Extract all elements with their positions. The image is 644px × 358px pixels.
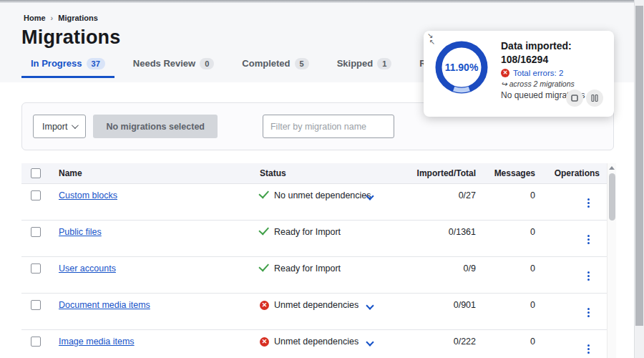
import-progress-popup: ↘ ↖ 11.90% Data imported: 108/16294 ✕ To… xyxy=(424,31,614,117)
check-icon xyxy=(258,224,269,235)
breadcrumb-home-link[interactable]: Home xyxy=(24,14,46,22)
header-status: Status xyxy=(260,168,410,178)
tab-label: Needs Review xyxy=(133,58,195,69)
breadcrumb-separator-icon: › xyxy=(51,14,54,22)
table-header-row: Name Status Imported/Total Messages Oper… xyxy=(21,163,607,184)
migration-name-link[interactable]: Document media items xyxy=(59,300,150,310)
operations-cell xyxy=(535,184,600,208)
chevron-down-icon[interactable] xyxy=(366,301,374,309)
migration-name-link[interactable]: Image media items xyxy=(59,337,135,347)
messages-value: 0 xyxy=(476,221,535,237)
row-checkbox[interactable] xyxy=(31,337,41,347)
header-name: Name xyxy=(59,168,260,178)
messages-value: 0 xyxy=(476,184,535,200)
import-dropdown-button[interactable]: Import xyxy=(33,115,86,138)
status-cell: No unmet dependencies xyxy=(260,184,410,200)
tab-label: Completed xyxy=(242,58,290,69)
import-button-label: Import xyxy=(42,122,67,132)
chevron-down-icon xyxy=(72,122,79,129)
table-row: User accounts Ready for Import 0/9 0 xyxy=(21,257,607,294)
data-imported-label: Data imported: xyxy=(501,39,608,53)
error-icon: ✕ xyxy=(260,301,269,310)
breadcrumb-current: Migrations xyxy=(58,14,98,22)
migration-name-link[interactable]: User accounts xyxy=(59,263,116,274)
header-messages: Messages xyxy=(476,168,535,178)
table-row: Custom blocks No unmet dependencies 0/27… xyxy=(21,184,607,221)
row-checkbox[interactable] xyxy=(31,263,41,274)
kebab-menu-icon[interactable] xyxy=(587,263,590,281)
tab-completed[interactable]: Completed5 xyxy=(233,58,318,78)
status-cell: Ready for Import xyxy=(260,221,410,237)
kebab-menu-icon[interactable] xyxy=(587,227,590,244)
row-checkbox-cell xyxy=(21,330,59,347)
popup-controls xyxy=(566,90,603,107)
status-cell: ✕ Unmet dependencies xyxy=(260,294,410,310)
tab-in-progress[interactable]: In Progress37 xyxy=(21,58,114,78)
migration-name-link[interactable]: Custom blocks xyxy=(59,190,117,200)
tab-needs-review[interactable]: Needs Review0 xyxy=(124,58,224,78)
pause-button[interactable] xyxy=(586,90,603,107)
status-text: Ready for Import xyxy=(274,263,341,274)
row-checkbox[interactable] xyxy=(31,190,41,200)
tab-count-badge: 5 xyxy=(295,58,309,69)
tab-count-badge: 37 xyxy=(87,58,105,69)
page-scrollbar[interactable] xyxy=(634,0,644,358)
error-icon: ✕ xyxy=(501,69,509,77)
status-cell: ✕ Unmet dependencies xyxy=(260,330,410,347)
tab-count-badge: 1 xyxy=(377,58,391,69)
messages-value: 0 xyxy=(476,257,535,274)
no-migrations-selected-button: No migrations selected xyxy=(93,115,218,138)
select-all-checkbox[interactable] xyxy=(31,168,41,178)
kebab-menu-icon[interactable] xyxy=(587,300,590,317)
row-checkbox-cell xyxy=(21,294,59,310)
page-scrollbar-thumb[interactable] xyxy=(635,6,643,326)
row-checkbox-cell xyxy=(21,221,59,237)
total-errors-link[interactable]: Total errors: 2 xyxy=(513,69,563,77)
table-body: Custom blocks No unmet dependencies 0/27… xyxy=(21,184,607,358)
row-checkbox[interactable] xyxy=(31,227,41,237)
table-scrollbar-thumb[interactable] xyxy=(609,173,615,221)
status-text: Ready for Import xyxy=(274,227,341,237)
stop-icon xyxy=(571,95,578,102)
window-top-edge xyxy=(0,0,644,3)
check-icon xyxy=(258,261,269,271)
kebab-menu-icon[interactable] xyxy=(587,190,590,208)
kebab-menu-icon[interactable] xyxy=(587,337,590,354)
table-scrollbar[interactable] xyxy=(607,163,616,358)
messages-value: 0 xyxy=(476,330,535,347)
breadcrumb: Home›Migrations xyxy=(24,14,634,22)
chevron-down-icon[interactable] xyxy=(366,338,374,346)
check-icon xyxy=(258,188,269,198)
operations-cell xyxy=(535,221,600,244)
migrations-table: Name Status Imported/Total Messages Oper… xyxy=(21,163,607,358)
row-checkbox-cell xyxy=(21,184,59,200)
tab-skipped[interactable]: Skipped1 xyxy=(328,58,401,78)
progress-ring: 11.90% xyxy=(433,39,490,96)
header-checkbox-cell xyxy=(21,168,59,178)
status-text: Unmet dependencies xyxy=(274,300,358,310)
tab-count-badge: 0 xyxy=(200,58,214,69)
row-checkbox[interactable] xyxy=(31,300,41,310)
operations-cell xyxy=(535,257,600,281)
imported-total-value: 0/222 xyxy=(410,330,476,347)
status-text: Unmet dependencies xyxy=(274,337,358,347)
data-imported-value: 108/16294 xyxy=(501,53,608,67)
header-operations: Operations xyxy=(535,168,600,178)
error-icon: ✕ xyxy=(260,337,269,347)
across-migrations-note: ↪ across 2 migrations xyxy=(501,79,608,88)
migration-name-link[interactable]: Public files xyxy=(59,227,102,237)
filter-migration-input[interactable] xyxy=(263,115,394,138)
stop-button[interactable] xyxy=(566,90,583,107)
imported-total-value: 0/901 xyxy=(410,294,476,310)
table-row: Image media items ✕ Unmet dependencies 0… xyxy=(21,330,607,358)
status-cell: Ready for Import xyxy=(260,257,410,274)
status-text: No unmet dependencies xyxy=(274,190,371,200)
tab-label: In Progress xyxy=(31,58,82,69)
pause-icon xyxy=(591,95,598,102)
progress-percent: 11.90% xyxy=(433,39,490,96)
imported-total-value: 0/27 xyxy=(410,184,476,200)
scrollbar-up-arrow-icon[interactable] xyxy=(609,166,615,170)
imported-total-value: 0/9 xyxy=(410,257,476,274)
row-checkbox-cell xyxy=(21,257,59,274)
header-imported-total: Imported/Total xyxy=(410,168,476,178)
